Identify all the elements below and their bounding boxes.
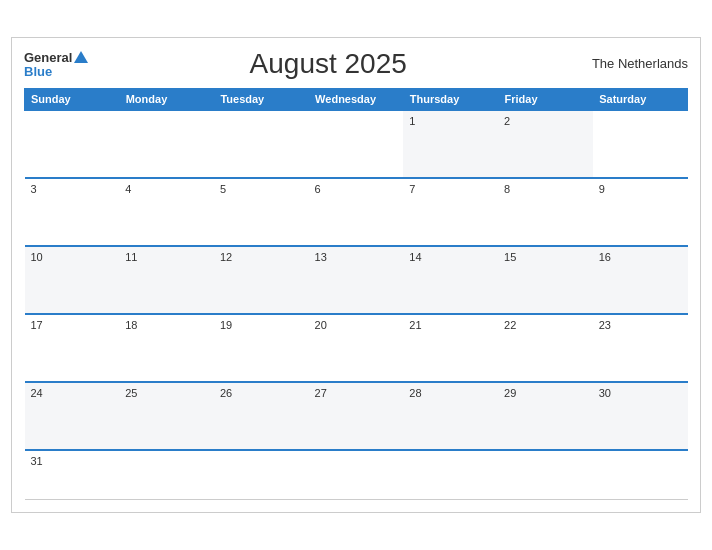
day-cell: 19 — [214, 314, 309, 382]
logo-blue: Blue — [24, 65, 88, 78]
week-row-3: 17181920212223 — [25, 314, 688, 382]
day-number: 18 — [125, 319, 137, 331]
day-number: 28 — [409, 387, 421, 399]
logo: General Blue — [24, 49, 88, 78]
day-number: 14 — [409, 251, 421, 263]
country-label: The Netherlands — [568, 56, 688, 71]
day-cell: 2 — [498, 110, 593, 178]
week-row-4: 24252627282930 — [25, 382, 688, 450]
day-number: 19 — [220, 319, 232, 331]
calendar-container: General Blue August 2025 The Netherlands… — [11, 37, 701, 514]
day-number: 7 — [409, 183, 415, 195]
day-number: 24 — [31, 387, 43, 399]
days-header-row: Sunday Monday Tuesday Wednesday Thursday… — [25, 88, 688, 110]
calendar-header: General Blue August 2025 The Netherlands — [24, 48, 688, 80]
day-number: 4 — [125, 183, 131, 195]
day-number: 12 — [220, 251, 232, 263]
day-number: 6 — [315, 183, 321, 195]
day-number: 25 — [125, 387, 137, 399]
day-cell: 12 — [214, 246, 309, 314]
month-title: August 2025 — [88, 48, 568, 80]
day-cell: 30 — [593, 382, 688, 450]
header-thursday: Thursday — [403, 88, 498, 110]
day-cell: 25 — [119, 382, 214, 450]
day-number: 17 — [31, 319, 43, 331]
logo-triangle-icon — [74, 51, 88, 63]
day-number: 21 — [409, 319, 421, 331]
week-row-2: 10111213141516 — [25, 246, 688, 314]
calendar-body: 1234567891011121314151617181920212223242… — [25, 110, 688, 500]
header-saturday: Saturday — [593, 88, 688, 110]
day-cell: 5 — [214, 178, 309, 246]
day-cell: 1 — [403, 110, 498, 178]
day-cell: 31 — [25, 450, 120, 500]
week-row-5: 31 — [25, 450, 688, 500]
day-cell: 29 — [498, 382, 593, 450]
header-monday: Monday — [119, 88, 214, 110]
day-cell: 14 — [403, 246, 498, 314]
week-row-0: 12 — [25, 110, 688, 178]
day-cell: 26 — [214, 382, 309, 450]
header-friday: Friday — [498, 88, 593, 110]
day-cell: 22 — [498, 314, 593, 382]
day-cell — [25, 110, 120, 178]
day-number: 23 — [599, 319, 611, 331]
day-cell: 11 — [119, 246, 214, 314]
day-cell: 10 — [25, 246, 120, 314]
day-cell — [309, 450, 404, 500]
day-number: 15 — [504, 251, 516, 263]
day-cell — [119, 450, 214, 500]
day-cell: 9 — [593, 178, 688, 246]
day-cell — [309, 110, 404, 178]
day-cell — [403, 450, 498, 500]
day-number: 30 — [599, 387, 611, 399]
day-number: 11 — [125, 251, 137, 263]
day-cell — [498, 450, 593, 500]
day-number: 5 — [220, 183, 226, 195]
day-cell: 7 — [403, 178, 498, 246]
day-cell: 28 — [403, 382, 498, 450]
day-cell: 21 — [403, 314, 498, 382]
day-cell — [593, 450, 688, 500]
day-cell: 15 — [498, 246, 593, 314]
day-number: 16 — [599, 251, 611, 263]
calendar-table: Sunday Monday Tuesday Wednesday Thursday… — [24, 88, 688, 501]
header-wednesday: Wednesday — [309, 88, 404, 110]
day-number: 10 — [31, 251, 43, 263]
day-number: 29 — [504, 387, 516, 399]
day-number: 20 — [315, 319, 327, 331]
day-cell: 8 — [498, 178, 593, 246]
day-number: 22 — [504, 319, 516, 331]
day-cell: 13 — [309, 246, 404, 314]
week-row-1: 3456789 — [25, 178, 688, 246]
day-cell: 4 — [119, 178, 214, 246]
day-number: 9 — [599, 183, 605, 195]
day-cell: 23 — [593, 314, 688, 382]
day-cell — [593, 110, 688, 178]
day-cell: 20 — [309, 314, 404, 382]
day-number: 1 — [409, 115, 415, 127]
day-number: 27 — [315, 387, 327, 399]
day-cell: 24 — [25, 382, 120, 450]
day-cell: 27 — [309, 382, 404, 450]
day-cell: 3 — [25, 178, 120, 246]
day-cell — [214, 450, 309, 500]
day-cell: 6 — [309, 178, 404, 246]
day-cell — [119, 110, 214, 178]
day-cell: 18 — [119, 314, 214, 382]
logo-general: General — [24, 49, 88, 65]
day-cell — [214, 110, 309, 178]
day-number: 2 — [504, 115, 510, 127]
day-number: 26 — [220, 387, 232, 399]
header-sunday: Sunday — [25, 88, 120, 110]
day-number: 3 — [31, 183, 37, 195]
day-number: 8 — [504, 183, 510, 195]
day-number: 13 — [315, 251, 327, 263]
day-cell: 16 — [593, 246, 688, 314]
header-tuesday: Tuesday — [214, 88, 309, 110]
day-cell: 17 — [25, 314, 120, 382]
day-number: 31 — [31, 455, 43, 467]
